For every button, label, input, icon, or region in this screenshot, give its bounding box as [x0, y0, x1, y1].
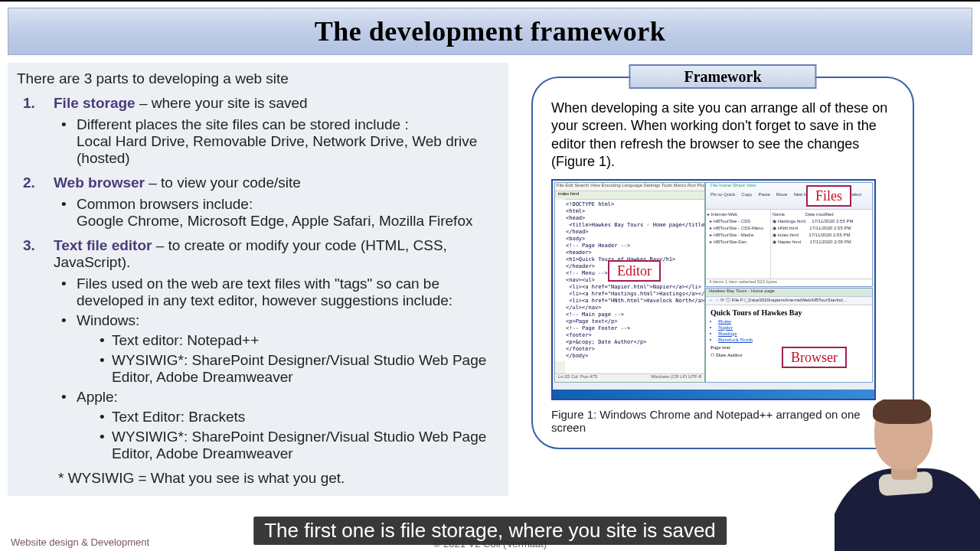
list-item-web-browser: Web browser – to view your code/site Com…: [46, 174, 499, 230]
web-browser-sub-1: Common browsers include: Google Chrome, …: [74, 196, 499, 230]
sim-browser-link-hastings: Hastings: [718, 331, 867, 337]
framework-body-text: When developing a site you can arrange a…: [551, 99, 894, 171]
title-bar: The development framework: [8, 8, 972, 55]
framework-box: Framework When developing a site you can…: [531, 77, 914, 449]
footer-left: Website design & Development: [11, 536, 149, 548]
sim-editor-menubar: File Edit Search View Encoding Language …: [555, 183, 704, 191]
content-row: There are 3 parts to developing a web si…: [0, 55, 980, 496]
sim-browser-link-napier: Napier: [718, 324, 867, 331]
apple-sublist: Text Editor: Brackets WYSIWIG*: SharePoi…: [77, 409, 499, 462]
text-editor-sub-windows: Windows: Text editor: Notepad++ WYSIWIG*…: [74, 312, 499, 386]
text-editor-heading: Text file editor: [54, 237, 152, 253]
web-browser-sublist: Common browsers include: Google Chrome, …: [54, 196, 499, 230]
sim-browser-nav-list: Home Napier Hastings Havelock North: [718, 318, 867, 343]
web-browser-heading: Web browser: [54, 174, 145, 191]
video-caption: The first one is file storage, where you…: [253, 517, 727, 545]
list-item-file-storage: File storage – where your site is saved …: [46, 95, 499, 167]
sim-editor-status-left: Ln:25 Col: Pos:475: [558, 374, 597, 382]
windows-item-1: Text editor: Notepad++: [112, 332, 499, 349]
file-storage-desc: – where your site is saved: [136, 95, 308, 111]
text-editor-sub-apple: Apple: Text Editor: Brackets WYSIWIG*: S…: [74, 389, 499, 462]
sim-browser-heading: Quick Tours of Hawkes Bay: [710, 308, 867, 317]
label-editor: Editor: [608, 260, 661, 282]
sim-notepadpp-window: File Edit Search View Encoding Language …: [554, 182, 705, 383]
web-browser-desc: – to view your code/site: [145, 174, 301, 191]
windows-label: Windows:: [77, 312, 139, 328]
sim-editor-filetab: index.html: [555, 191, 704, 200]
sim-editor-status-right: Windows (CR LF) UTF-8: [651, 374, 701, 382]
sim-chrome-window: Hawkes Bay Tours - Home page ← → ⟳ ⓘ Fil…: [705, 288, 873, 383]
sim-files-body: ▸ Internet-Web ▸ HBTourSite - CSS ▸ HBTo…: [706, 210, 872, 279]
sim-browser-link-home: Home: [718, 318, 867, 324]
slide: The development framework There are 3 pa…: [0, 0, 980, 551]
wysiwyg-footnote: * WYSIWIG = What you see is what you get…: [58, 470, 499, 487]
list-item-text-editor: Text file editor – to create or modify y…: [46, 237, 499, 462]
apple-item-1: Text Editor: Brackets: [112, 409, 499, 425]
apple-label: Apple:: [77, 389, 118, 405]
ribbon-icon-pin: Pin to Quick: [710, 192, 735, 197]
windows-item-2: WYSIWIG*: SharePoint Designer/Visual Stu…: [112, 352, 499, 386]
file-storage-sublist: Different places the site files can be s…: [54, 116, 499, 167]
sim-browser-link-havelock: Havelock North: [718, 337, 867, 343]
sim-browser-tab: Hawkes Bay Tours - Home page: [706, 289, 872, 297]
left-panel: There are 3 parts to developing a web si…: [8, 63, 508, 496]
sim-files-status: 4 items 1 item selected 522 bytes: [706, 279, 872, 286]
sim-browser-addressbar: ← → ⟳ ⓘ File F:/_Data/2020napiers/Intern…: [706, 297, 872, 305]
file-storage-sub-1: Different places the site files can be s…: [74, 116, 499, 167]
intro-text: There are 3 parts to developing a web si…: [17, 70, 499, 87]
sim-files-list: Name Date modified ◉ Hastings.html 17/11…: [771, 210, 872, 279]
framework-tab-label: Framework: [629, 64, 816, 89]
text-editor-sub-1: Files used on the web are text files wit…: [74, 276, 499, 309]
file-storage-heading: File storage: [54, 95, 136, 111]
sim-editor-statusbar: Ln:25 Col: Pos:475 Windows (CR LF) UTF-8: [555, 373, 704, 382]
apple-item-2: WYSIWIG*: SharePoint Designer/Visual Stu…: [112, 429, 499, 462]
figure-1-screenshot: File Edit Search View Encoding Language …: [551, 179, 876, 400]
ribbon-icon-move: Move: [776, 192, 788, 197]
label-files: Files: [806, 185, 851, 207]
presenter-hair: [873, 399, 931, 424]
ribbon-icon-paste: Paste: [758, 192, 769, 197]
slide-title: The development framework: [315, 15, 665, 47]
presenter-overlay: [835, 399, 980, 551]
windows-sublist: Text editor: Notepad++ WYSIWIG*: SharePo…: [77, 332, 499, 386]
text-editor-sublist: Files used on the web are text files wit…: [54, 276, 499, 462]
main-ordered-list: File storage – where your site is saved …: [17, 95, 499, 462]
sim-windows-taskbar: [553, 390, 874, 399]
sim-files-tree: ▸ Internet-Web ▸ HBTourSite - CSS ▸ HBTo…: [706, 210, 771, 279]
label-browser: Browser: [782, 347, 847, 368]
ribbon-icon-copy: Copy: [741, 192, 752, 197]
